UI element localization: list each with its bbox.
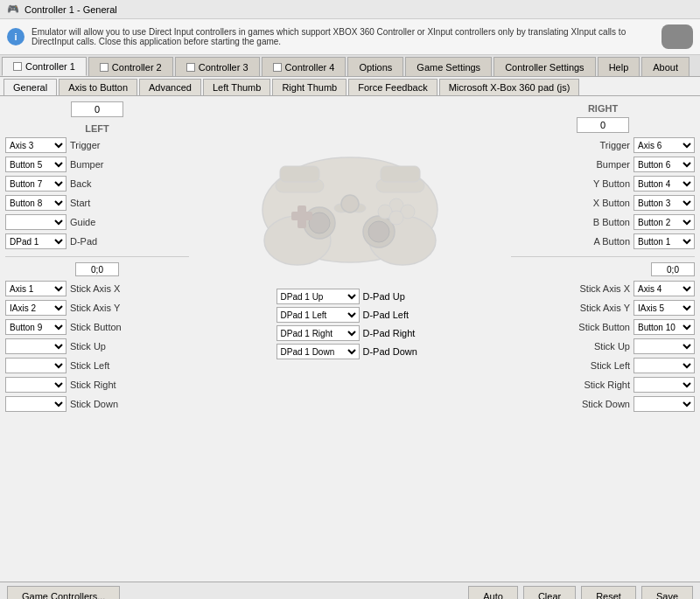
dpad-down-label: D-Pad Down bbox=[363, 346, 424, 357]
left-stick-axisy-select[interactable]: IAxis 2 bbox=[5, 300, 66, 316]
right-stick-axisy-select[interactable]: IAxis 5 bbox=[634, 300, 695, 316]
tab-options[interactable]: Options bbox=[347, 57, 403, 76]
subtab-xbox360-pad[interactable]: Microsoft X-Box 360 pad (js) bbox=[439, 79, 580, 95]
right-abutton-select[interactable]: Button 1 bbox=[634, 233, 695, 249]
svg-rect-6 bbox=[381, 166, 420, 182]
left-stick-left-label: Stick Left bbox=[70, 360, 140, 371]
save-button[interactable]: Save bbox=[641, 586, 693, 599]
title-text: Controller 1 - General bbox=[24, 4, 117, 15]
dpad-up-row: DPad 1 Up D-Pad Up bbox=[276, 289, 424, 304]
left-guide-row: Guide bbox=[5, 214, 189, 230]
left-stick-button-row: Button 9 Stick Button bbox=[5, 319, 189, 335]
right-trigger-select[interactable]: Axis 6 bbox=[634, 137, 695, 153]
left-start-row: Button 8 Start bbox=[5, 195, 189, 211]
left-guide-select[interactable] bbox=[5, 214, 66, 230]
right-panel-header: RIGHT bbox=[511, 101, 695, 115]
tab-game-settings[interactable]: Game Settings bbox=[405, 57, 492, 76]
right-panel: RIGHT 0 Trigger Axis 6 Bumper Button 6 Y… bbox=[511, 101, 695, 576]
tab-controller4[interactable]: Controller 4 bbox=[262, 57, 346, 76]
right-stick-axisx-select[interactable]: Axis 4 bbox=[634, 281, 695, 296]
subtab-right-thumb[interactable]: Right Thumb bbox=[272, 79, 346, 95]
left-dpad-label: D-Pad bbox=[70, 236, 140, 247]
game-controllers-button[interactable]: Game Controllers... bbox=[7, 586, 120, 599]
right-bbutton-label: B Button bbox=[560, 217, 630, 227]
left-stick-axisx-select[interactable]: Axis 1 bbox=[5, 281, 66, 296]
left-guide-label: Guide bbox=[70, 217, 140, 227]
left-stick-axisy-label: Stick Axis Y bbox=[70, 303, 140, 313]
left-start-select[interactable]: Button 8 bbox=[5, 195, 66, 211]
left-stick-right-row: Stick Right bbox=[5, 377, 189, 393]
dpad-area: DPad 1 Up D-Pad Up DPad 1 Left D-Pad Lef… bbox=[276, 289, 424, 359]
tab-indicator bbox=[13, 62, 22, 71]
right-ybutton-select[interactable]: Button 4 bbox=[634, 176, 695, 192]
subtab-advanced[interactable]: Advanced bbox=[139, 79, 201, 95]
subtab-axis-to-button[interactable]: Axis to Button bbox=[59, 79, 137, 95]
right-stick-down-select[interactable] bbox=[634, 396, 695, 412]
left-stick-up-label: Stick Up bbox=[70, 341, 140, 352]
left-trigger-select[interactable]: Axis 3 bbox=[5, 137, 66, 153]
tab-about[interactable]: About bbox=[641, 57, 690, 76]
right-stick-right-select[interactable] bbox=[634, 377, 695, 393]
left-trigger-label: Trigger bbox=[70, 140, 140, 150]
dpad-up-label: D-Pad Up bbox=[363, 291, 424, 302]
tab-controller-settings[interactable]: Controller Settings bbox=[494, 57, 596, 76]
subtab-general[interactable]: General bbox=[4, 79, 57, 95]
right-stick-button-row: Stick Button Button 10 bbox=[511, 319, 695, 335]
dpad-right-select[interactable]: DPad 1 Right bbox=[276, 325, 360, 341]
left-stick-button-label: Stick Button bbox=[70, 322, 140, 332]
subtab-force-feedback[interactable]: Force Feedback bbox=[348, 79, 437, 95]
right-stick-left-select[interactable] bbox=[634, 358, 695, 373]
right-stick-right-row: Stick Right bbox=[511, 377, 695, 393]
right-ybutton-label: Y Button bbox=[560, 178, 630, 189]
right-bumper-label: Bumper bbox=[560, 159, 630, 170]
left-stick-up-row: Stick Up bbox=[5, 338, 189, 354]
tab-controller3[interactable]: Controller 3 bbox=[175, 57, 260, 76]
left-stick-right-select[interactable] bbox=[5, 377, 66, 393]
left-start-label: Start bbox=[70, 198, 140, 208]
right-stick-left-label: Stick Left bbox=[560, 360, 630, 371]
svg-rect-5 bbox=[280, 166, 319, 182]
auto-button[interactable]: Auto bbox=[468, 586, 518, 599]
left-sub-value-box: 0;0 bbox=[75, 262, 119, 276]
right-bumper-row: Bumper Button 6 bbox=[511, 157, 695, 172]
title-bar: 🎮 Controller 1 - General bbox=[0, 0, 700, 19]
right-abutton-row: A Button Button 1 bbox=[511, 233, 695, 249]
right-xbutton-select[interactable]: Button 3 bbox=[634, 195, 695, 211]
right-abutton-label: A Button bbox=[560, 236, 630, 247]
tab-help[interactable]: Help bbox=[598, 57, 640, 76]
right-xbutton-row: X Button Button 3 bbox=[511, 195, 695, 211]
dpad-left-select[interactable]: DPad 1 Left bbox=[276, 307, 360, 323]
left-stick-down-select[interactable] bbox=[5, 396, 66, 412]
right-stick-up-select[interactable] bbox=[634, 338, 695, 354]
left-dpad-row: DPad 1 D-Pad bbox=[5, 233, 189, 249]
left-stick-button-select[interactable]: Button 9 bbox=[5, 319, 66, 335]
right-bbutton-select[interactable]: Button 2 bbox=[634, 214, 695, 230]
left-dpad-select[interactable]: DPad 1 bbox=[5, 233, 66, 249]
right-stick-button-select[interactable]: Button 10 bbox=[634, 319, 695, 335]
dpad-down-select[interactable]: DPad 1 Down bbox=[276, 344, 360, 359]
app-icon: 🎮 bbox=[7, 3, 19, 15]
left-stick-left-select[interactable] bbox=[5, 358, 66, 373]
tab-controller2[interactable]: Controller 2 bbox=[88, 57, 173, 76]
dpad-up-select[interactable]: DPad 1 Up bbox=[276, 289, 360, 304]
center-panel: DPad 1 Up D-Pad Up DPad 1 Left D-Pad Lef… bbox=[192, 101, 508, 576]
left-back-select[interactable]: Button 7 bbox=[5, 176, 66, 192]
clear-button[interactable]: Clear bbox=[523, 586, 576, 599]
svg-point-16 bbox=[389, 211, 403, 225]
dpad-left-row: DPad 1 Left D-Pad Left bbox=[276, 307, 424, 323]
left-stick-axisx-row: Axis 1 Stick Axis X bbox=[5, 281, 189, 296]
subtab-left-thumb[interactable]: Left Thumb bbox=[203, 79, 270, 95]
left-value-box: 0 bbox=[71, 101, 123, 117]
left-panel: 0 LEFT Axis 3 Trigger Button 5 Bumper Bu… bbox=[5, 101, 189, 576]
right-bumper-select[interactable]: Button 6 bbox=[634, 157, 695, 172]
right-stick-button-label: Stick Button bbox=[560, 322, 630, 332]
tab-controller1[interactable]: Controller 1 bbox=[2, 57, 87, 76]
controller-svg bbox=[249, 114, 451, 271]
right-stick-axisy-label: Stick Axis Y bbox=[560, 303, 630, 313]
left-stick-down-label: Stick Down bbox=[70, 399, 140, 409]
right-stick-axisx-row: Stick Axis X Axis 4 bbox=[511, 281, 695, 296]
right-stick-axisy-row: Stick Axis Y IAxis 5 bbox=[511, 300, 695, 316]
reset-button[interactable]: Reset bbox=[581, 586, 636, 599]
left-stick-up-select[interactable] bbox=[5, 338, 66, 354]
left-bumper-select[interactable]: Button 5 bbox=[5, 157, 66, 172]
